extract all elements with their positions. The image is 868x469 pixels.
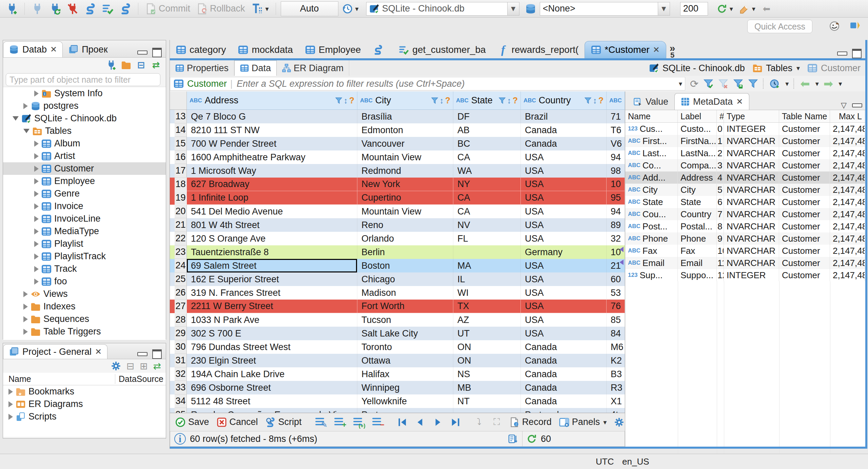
first-row-button[interactable]: [395, 416, 410, 428]
expander-expanded-icon[interactable]: [13, 116, 19, 121]
expander-collapsed-icon[interactable]: [23, 291, 28, 297]
cell-address[interactable]: Qe 7 Bloco G: [187, 110, 357, 123]
sql-editor-button[interactable]: [82, 1, 98, 16]
cell-state[interactable]: IL: [453, 272, 521, 286]
editor-tab-category[interactable]: category: [170, 41, 232, 58]
close-icon[interactable]: ✕: [50, 45, 57, 54]
cell-postalcode[interactable]: 95: [607, 191, 625, 205]
cell-state[interactable]: AB: [453, 123, 521, 137]
cell-address[interactable]: 162 E Superior Street: [187, 272, 357, 286]
maximize-icon[interactable]: [152, 48, 162, 57]
panels-button[interactable]: Panels▾: [557, 416, 609, 428]
row-number[interactable]: 26: [175, 286, 187, 300]
tree-item-album[interactable]: Album: [3, 137, 166, 150]
cell-address[interactable]: 302 S 700 E: [187, 327, 357, 340]
expander-collapsed-icon[interactable]: [34, 216, 39, 222]
cell-city[interactable]: Cupertino: [357, 191, 453, 205]
sort-icon[interactable]: ↕: [593, 96, 597, 105]
cell-country[interactable]: USA: [521, 164, 607, 178]
last-row-button[interactable]: [448, 416, 462, 428]
cell-address[interactable]: 230 Elgin Street: [187, 354, 357, 367]
cell-state[interactable]: ON: [453, 340, 521, 354]
refresh-filter-icon[interactable]: ⟳: [690, 78, 698, 90]
filter-plain-icon[interactable]: [748, 79, 758, 89]
row-number[interactable]: 31: [175, 354, 187, 367]
cell-address[interactable]: 801 W 4th Street: [187, 218, 357, 232]
edit-row-button[interactable]: ✎: [313, 416, 329, 428]
row-number[interactable]: 35: [175, 408, 187, 413]
cell-state[interactable]: [453, 245, 521, 259]
editor-tab-rewards-report[interactable]: frewards_report(: [492, 41, 585, 58]
back-button[interactable]: ⬅: [760, 1, 774, 16]
cell-state[interactable]: WA: [453, 164, 521, 178]
tree-item-foo[interactable]: foo: [3, 275, 166, 288]
cell-state[interactable]: WI: [453, 286, 521, 300]
expander-collapsed-icon[interactable]: [8, 414, 13, 420]
subtab-data[interactable]: Data: [234, 60, 277, 76]
tab-overflow-chevron[interactable]: »5: [666, 44, 679, 58]
cell-address[interactable]: 700 W Pender Street: [187, 137, 357, 150]
cell-address[interactable]: 2211 W Berry Street: [187, 300, 357, 313]
row-number[interactable]: 27: [175, 300, 187, 313]
cell-address[interactable]: 69 Salem Street: [187, 259, 357, 272]
cell-country[interactable]: Brazil: [521, 110, 607, 123]
tree-item-genre[interactable]: Genre: [3, 187, 166, 200]
cell-country[interactable]: USA: [521, 327, 607, 340]
sort-icon[interactable]: ↕: [440, 96, 444, 105]
meta-column-header-max-l[interactable]: Max L: [830, 110, 865, 122]
txn-mode-button[interactable]: Auto: [281, 1, 338, 16]
tree-item-employee[interactable]: Employee: [3, 175, 166, 187]
cell-state[interactable]: NY: [453, 178, 521, 191]
cell-postalcode[interactable]: 76: [607, 300, 625, 313]
save-button[interactable]: Save: [173, 416, 211, 428]
cell-country[interactable]: Germany: [521, 245, 607, 259]
column-header-name[interactable]: Name: [3, 374, 115, 384]
cell-country[interactable]: Canada: [521, 340, 607, 354]
cell-country[interactable]: USA: [521, 286, 607, 300]
cell-city[interactable]: Porto: [357, 408, 453, 413]
breadcrumb-object[interactable]: Customer: [821, 63, 861, 74]
cell-country[interactable]: USA: [521, 232, 607, 245]
collapse-icon[interactable]: ⊟: [126, 361, 134, 372]
cell-country[interactable]: USA: [521, 178, 607, 191]
cell-postalcode[interactable]: R3: [607, 381, 625, 394]
column-header-address[interactable]: ABCAddress↕?: [187, 91, 357, 110]
cell-state[interactable]: CA: [453, 150, 521, 164]
expander-collapsed-icon[interactable]: [34, 241, 39, 247]
cell-city[interactable]: Ottawa: [357, 354, 453, 367]
grid-corner[interactable]: [170, 91, 187, 110]
row-number[interactable]: 21: [175, 218, 187, 232]
cell-address[interactable]: 1 Microsoft Way: [187, 164, 357, 178]
link-editor-icon[interactable]: ⇄: [151, 60, 161, 70]
open-sql-script-button[interactable]: [100, 1, 116, 16]
meta-row-address[interactable]: ABCAdd...Address4NVARCHARCustomer2,147,4…: [625, 171, 866, 184]
meta-row-state[interactable]: ABCStateState6NVARCHARCustomer2,147,483: [625, 196, 866, 208]
row-number[interactable]: 22: [175, 232, 187, 245]
cell-postalcode[interactable]: 94: [607, 150, 625, 164]
cell-country[interactable]: USA: [521, 259, 607, 272]
row-number[interactable]: 19: [175, 191, 187, 205]
meta-column-header--[interactable]: #: [717, 110, 724, 122]
tree-item-artist[interactable]: Artist: [3, 150, 166, 162]
fetch-size-input[interactable]: 200: [680, 2, 708, 16]
schema-combo[interactable]: <None> ▼: [540, 2, 670, 16]
cell-postalcode[interactable]: 4t: [607, 408, 625, 413]
cell-postalcode[interactable]: 89: [607, 218, 625, 232]
cell-city[interactable]: Edmonton: [357, 123, 453, 137]
column-header-datasource[interactable]: DataSource: [115, 374, 163, 384]
minimize-icon[interactable]: [852, 103, 862, 107]
meta-row-lastna-[interactable]: ABCLast...LastNa...2NVARCHARCustomer2,14…: [625, 147, 866, 159]
auto-refresh-button[interactable]: ▾: [715, 1, 735, 16]
tab-project-general[interactable]: Project - General ✕: [3, 344, 107, 359]
meta-row-phone[interactable]: ABCPhonePhone9NVARCHARCustomer2,147,483: [625, 232, 866, 245]
cell-city[interactable]: Brasília: [357, 110, 453, 123]
tree-item-customer[interactable]: Customer: [3, 162, 166, 175]
add-row-button[interactable]: +: [332, 416, 348, 428]
cell-postalcode[interactable]: V6: [607, 137, 625, 150]
expander-collapsed-icon[interactable]: [23, 316, 28, 322]
cell-country[interactable]: USA: [521, 191, 607, 205]
row-number[interactable]: 29: [175, 327, 187, 340]
plug-plus-icon[interactable]: [106, 60, 116, 70]
cell-postalcode[interactable]: 84: [607, 327, 625, 340]
cell-city[interactable]: Boston: [357, 259, 453, 272]
